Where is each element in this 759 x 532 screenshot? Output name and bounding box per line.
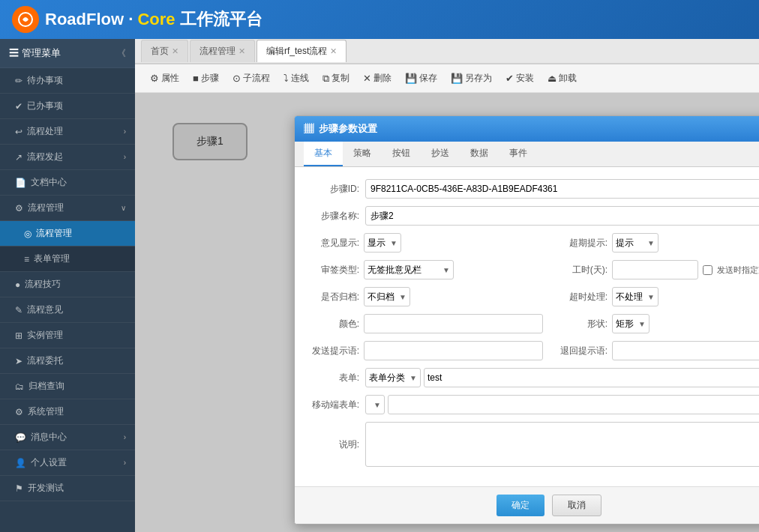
toolbar-uninstall[interactable]: ⏏ 卸载 (542, 69, 583, 88)
send-complete-checkbox[interactable] (703, 265, 712, 275)
expand-icon: › (124, 127, 126, 136)
toolbar-properties[interactable]: ⚙ 属性 (144, 69, 185, 88)
dialog-body: 步骤ID: 步骤名称: 意见显示: (295, 167, 759, 486)
form-row-mobile-form: 移动端表单: ▼ (307, 395, 759, 414)
sidebar-item-label: 流程意见 (27, 303, 63, 316)
sidebar: ☰ 管理菜单 《 ✏ 待办事项 ✔ 已办事项 ↩ 流程处理 › ↗ 流程发起 ›… (0, 39, 135, 532)
tab-flowmgmt-close[interactable]: ✕ (238, 46, 245, 56)
step-id-input[interactable] (365, 179, 759, 199)
comment-icon: ✎ (15, 305, 22, 315)
sidebar-item-flowcomment[interactable]: ✎ 流程意见 (0, 297, 135, 323)
tab-home[interactable]: 首页 ✕ (141, 40, 188, 62)
dialog-tab-copy[interactable]: 抄送 (421, 142, 460, 166)
form-col-opinion: 意见显示: 显示 隐藏 ▼ (307, 233, 543, 253)
messages-icon: 💬 (15, 432, 26, 443)
sidebar-collapse-icon: 《 (117, 47, 126, 60)
sidebar-item-sysadmin[interactable]: ⚙ 系统管理 (0, 399, 135, 425)
shape-label: 形状: (555, 318, 608, 330)
save-icon: 💾 (405, 73, 417, 84)
toolbar-copy[interactable]: ⧉ 复制 (316, 69, 356, 88)
toolbar-copy-label: 复制 (332, 72, 350, 85)
toolbar-saveas[interactable]: 💾 另存为 (445, 69, 498, 88)
sidebar-item-label: 系统管理 (28, 405, 64, 418)
tab-flowmgmt[interactable]: 流程管理 ✕ (190, 40, 255, 62)
toolbar-subprocess[interactable]: ⊙ 子流程 (226, 69, 276, 88)
form-col-timeout: 超期提示: 提示 不提示 ▼ (555, 233, 759, 253)
sidebar-item-docs[interactable]: 📄 文档中心 (0, 170, 135, 196)
toolbar-step[interactable]: ■ 步骤 (187, 69, 225, 88)
cancel-button[interactable]: 取消 (552, 495, 602, 516)
tab-home-label: 首页 (151, 45, 169, 58)
mobile-form-name-select[interactable] (388, 395, 759, 414)
confirm-button[interactable]: 确定 (496, 495, 544, 516)
sidebar-item-label: 流程管理 (28, 202, 64, 214)
send-tip-label: 发送提示语: (307, 345, 359, 357)
timeout-action-select[interactable]: 不处理 催办 转办 (612, 287, 658, 306)
canvas-area[interactable]: 步骤1 步骤2 ▦ 步骤参数设置 ✕ (135, 93, 759, 532)
toolbar-connect[interactable]: ⤵ 连线 (278, 69, 315, 88)
return-tip-input[interactable] (612, 341, 759, 360)
sidebar-item-formmgmt-sub[interactable]: ≡ 表单管理 (0, 247, 135, 272)
sidebar-section-management[interactable]: ☰ 管理菜单 《 (0, 39, 135, 68)
sidebar-item-label: 表单管理 (34, 253, 70, 265)
sysadmin-icon: ⚙ (15, 407, 23, 417)
shape-select[interactable]: 矩形 圆形 菱形 (612, 314, 650, 333)
archive-select[interactable]: 不归档 归档 (364, 287, 410, 306)
toolbar-save[interactable]: 💾 保存 (399, 69, 443, 88)
send-tip-input[interactable] (364, 341, 543, 360)
sidebar-item-devtest[interactable]: ⚑ 开发测试 (0, 476, 135, 501)
process-icon: ↩ (15, 127, 22, 137)
sidebar-item-pending[interactable]: ✏ 待办事项 (0, 68, 135, 94)
toolbar-connect-label: 连线 (291, 72, 309, 85)
sidebar-item-messages[interactable]: 💬 消息中心 › (0, 425, 135, 450)
subprocess-icon: ⊙ (232, 73, 241, 84)
sidebar-item-delegate[interactable]: ➤ 流程委托 (0, 348, 135, 374)
sidebar-item-flowmgmt[interactable]: ⚙ 流程管理 ∨ (0, 196, 135, 221)
sidebar-item-label: 流程发起 (27, 151, 63, 163)
tab-home-close[interactable]: ✕ (172, 46, 178, 56)
dialog-tab-buttons[interactable]: 按钮 (382, 142, 421, 166)
toolbar-delete[interactable]: ✕ 删除 (357, 69, 398, 88)
step-name-input[interactable] (365, 206, 759, 226)
sidebar-item-profile[interactable]: 👤 个人设置 › (0, 450, 135, 476)
note-textarea[interactable] (365, 422, 759, 467)
sidebar-item-flowmgmt-sub[interactable]: ◎ 流程管理 (0, 221, 135, 247)
dialog-footer: 确定 取消 (295, 486, 759, 524)
dialog-tab-strategy[interactable]: 策略 (343, 142, 382, 166)
sidebar-item-start[interactable]: ↗ 流程发起 › (0, 145, 135, 170)
mobile-form-category-select[interactable] (365, 395, 385, 414)
sidebar-item-instances[interactable]: ⊞ 实例管理 (0, 323, 135, 348)
sidebar-item-label: 流程技巧 (25, 278, 61, 291)
dialog-tab-data[interactable]: 数据 (460, 142, 499, 166)
sidebar-item-label: 流程处理 (27, 125, 63, 138)
expand-icon4: › (124, 433, 126, 441)
sign-select[interactable]: 无签批意见栏 有签批意见栏 (364, 260, 454, 279)
copy-icon: ⧉ (322, 73, 329, 85)
dialog-tab-basic[interactable]: 基本 (304, 142, 343, 166)
form-row-sign-workdays: 审签类型: 无签批意见栏 有签批意见栏 ▼ 工时 (307, 260, 759, 279)
tab-edit-flow-close[interactable]: ✕ (330, 46, 337, 56)
logo-area: RoadFlow · Core 工作流平台 (12, 6, 262, 33)
form-name-select[interactable]: test (424, 368, 759, 387)
dialog-tab-events[interactable]: 事件 (499, 142, 538, 166)
sidebar-item-label: 实例管理 (27, 329, 63, 342)
toolbar-saveas-label: 另存为 (465, 72, 492, 85)
toolbar-delete-label: 删除 (374, 72, 392, 85)
sidebar-item-process[interactable]: ↩ 流程处理 › (0, 119, 135, 145)
form-category-select[interactable]: 表单分类 (365, 368, 421, 387)
opinion-select[interactable]: 显示 隐藏 (364, 233, 401, 253)
delete-icon: ✕ (363, 73, 371, 84)
send-complete-label: 发送时指定完成时间 (717, 265, 759, 276)
sidebar-item-done[interactable]: ✔ 已办事项 (0, 94, 135, 119)
flowtips-icon: ● (15, 279, 20, 290)
color-input[interactable] (364, 314, 543, 333)
form-col-sign: 审签类型: 无签批意见栏 有签批意见栏 ▼ (307, 260, 543, 279)
sidebar-item-label: 开发测试 (28, 482, 64, 495)
sidebar-item-archive[interactable]: 🗂 归档查询 (0, 374, 135, 399)
timeout-select[interactable]: 提示 不提示 (612, 233, 658, 253)
toolbar-install[interactable]: ✔ 安装 (500, 69, 540, 88)
tab-edit-flow[interactable]: 编辑rf_test流程 ✕ (256, 40, 346, 62)
sign-select-wrapper: 无签批意见栏 有签批意见栏 ▼ (364, 260, 454, 279)
workdays-input[interactable] (612, 260, 698, 279)
sidebar-item-flowtips[interactable]: ● 流程技巧 (0, 272, 135, 297)
